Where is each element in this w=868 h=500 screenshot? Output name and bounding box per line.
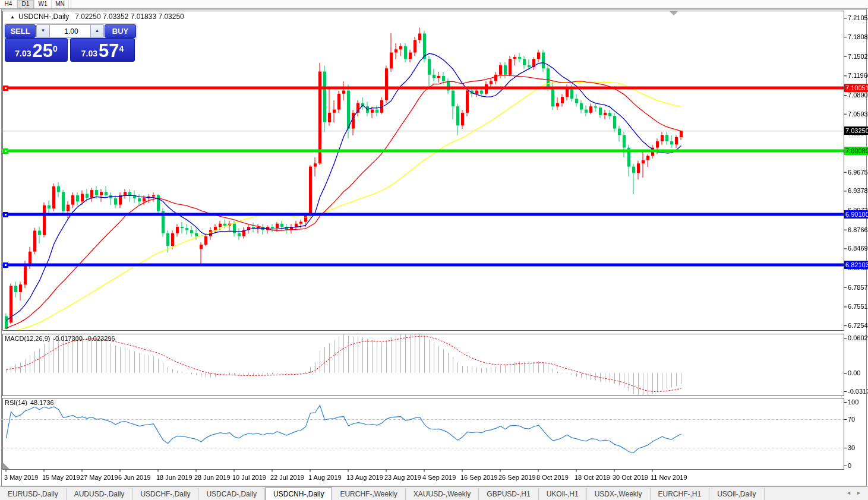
volume-input[interactable] — [49, 24, 93, 38]
terminal-window: H4 D1 W1 MN ▲USDCNH-,Daily7.02250 7.0335… — [0, 0, 868, 500]
date-axis-tick: 18 Jun 2019 — [156, 474, 192, 481]
volume-increase-button[interactable]: ▲ — [90, 24, 104, 38]
rsi-indicator-label: RSI(14)48.1736 — [5, 399, 57, 406]
date-axis-tick: 1 Aug 2019 — [308, 474, 342, 481]
tab-usdx-weekly[interactable]: USDX-,Weekly — [587, 488, 651, 500]
date-axis-tick: 13 Aug 2019 — [346, 474, 383, 481]
price-axis-tick: 7.21050 — [848, 14, 868, 21]
indicator-axis-tick: 100 — [848, 398, 858, 406]
buy-price-box[interactable]: 7.03574 — [70, 38, 135, 62]
date-axis-tick: 16 Sep 2019 — [460, 474, 497, 481]
buy-price-prefix: 7.03 — [81, 48, 97, 59]
sell-price-pips: 25 — [32, 43, 52, 59]
arrow-up-icon: ▲ — [95, 28, 100, 33]
tab-eurusd-daily[interactable]: EURUSD-,Daily — [0, 488, 67, 500]
sell-price-prefix: 7.03 — [15, 48, 31, 59]
date-axis-tick: 18 Oct 2019 — [575, 474, 610, 481]
rsi-value: 48.1736 — [30, 399, 54, 406]
tab-scroll-left-icon[interactable]: ◄ — [846, 490, 851, 496]
buy-price-point: 4 — [119, 46, 124, 52]
rsi-name: RSI(14) — [5, 399, 27, 406]
pane-resize-grip[interactable] — [3, 463, 10, 469]
date-axis-tick: 11 Nov 2019 — [651, 474, 687, 481]
macd-indicator-label: MACD(12,26,9)-0.017300-0.023296 — [5, 335, 118, 342]
date-axis-tick: 15 May 2019 — [42, 474, 80, 481]
sell-button[interactable]: SELL — [5, 24, 36, 38]
price-axis-tick: 6.93780 — [848, 187, 868, 194]
price-axis-tick: 6.96750 — [848, 169, 868, 176]
tab-audusd-daily[interactable]: AUDUSD-,Daily — [67, 488, 133, 500]
date-axis-tick: 10 Jul 2019 — [232, 474, 266, 481]
macd-name: MACD(12,26,9) — [5, 335, 50, 342]
macd-main-value: -0.017300 — [53, 335, 83, 342]
price-axis-tick: 7.11960 — [848, 72, 868, 79]
sell-price-point: 0 — [53, 46, 58, 52]
price-axis-tick: 7.18080 — [848, 33, 868, 40]
date-axis-tick: 4 Sep 2019 — [422, 474, 456, 481]
chart-tab-bar: ◄ ► EURUSD-,DailyAUDUSD-,DailyUSDCHF-,Da… — [0, 486, 868, 500]
tab-ukoil-h1[interactable]: UKOil-,H1 — [539, 488, 587, 500]
buy-price-pips: 57 — [99, 43, 119, 59]
tab-usdcad-daily[interactable]: USDCAD-,Daily — [198, 488, 265, 500]
tab-eurchf-h1[interactable]: EURCHF-,H1 — [651, 488, 710, 500]
price-axis-tick: 6.84690 — [848, 245, 868, 252]
one-click-trading-panel: SELL ▼ ▲ BUY 7.03250 7.03574 — [5, 24, 135, 62]
date-axis-tick: 28 Jun 2019 — [194, 474, 231, 481]
tab-eurchf-weekly[interactable]: EURCHF-,Weekly — [332, 488, 405, 500]
buy-button[interactable]: BUY — [105, 24, 136, 38]
tab-usdcnh-daily[interactable]: USDCNH-,Daily — [265, 487, 332, 500]
chart-title: ▲USDCNH-,Daily7.02250 7.03352 7.01833 7.… — [10, 12, 184, 21]
price-axis-tick: 6.72540 — [848, 322, 868, 329]
price-axis-tick: 6.87660 — [848, 226, 868, 233]
chart-symbol-period: USDCNH-,Daily — [18, 12, 69, 21]
date-axis-tick: 3 May 2019 — [4, 474, 38, 481]
date-axis-tick: 27 May 2019 — [80, 474, 118, 481]
indicator-axis-tick: -0.031725 — [848, 388, 868, 395]
tab-scroll-right-icon[interactable]: ► — [856, 490, 861, 496]
hline-price-badge: 7.10051 — [844, 84, 868, 92]
date-axis-tick: 30 Oct 2019 — [613, 474, 648, 481]
current-price-badge: 7.03250 — [844, 126, 868, 135]
indicator-axis-tick: 70 — [848, 416, 855, 423]
chart-shift-marker-icon[interactable] — [670, 11, 678, 15]
hline-price-badge: 6.82103 — [844, 261, 868, 269]
chart-canvas[interactable] — [0, 0, 868, 500]
indicator-axis-tick: 0.060273 — [848, 334, 868, 341]
indicator-axis-tick: 0 — [848, 462, 851, 469]
price-axis-tick: 6.78570 — [848, 284, 868, 291]
hline-price-badge: 7.00089 — [844, 147, 868, 155]
macd-signal-value: -0.023296 — [86, 335, 115, 342]
hline-price-badge: 6.90100 — [844, 210, 868, 219]
volume-decrease-button[interactable]: ▼ — [36, 24, 50, 38]
date-axis-tick: 22 Jul 2019 — [270, 474, 304, 481]
tab-usdchf-daily[interactable]: USDCHF-,Daily — [132, 488, 198, 500]
arrow-down-icon: ▼ — [41, 28, 46, 33]
date-axis-tick: 8 Oct 2019 — [536, 474, 569, 481]
price-axis-tick: 7.05930 — [848, 110, 868, 118]
tab-gbpusd-h1[interactable]: GBPUSD-,H1 — [479, 488, 538, 500]
sell-price-box[interactable]: 7.03250 — [5, 38, 68, 62]
date-axis-tick: 26 Sep 2019 — [498, 474, 535, 481]
indicator-axis-tick: 0.00 — [848, 369, 860, 376]
chart-ohlc-values: 7.02250 7.03352 7.01833 7.03250 — [75, 12, 184, 21]
price-axis-tick: 7.15020 — [848, 53, 868, 60]
price-axis-tick: 7.08900 — [848, 91, 868, 99]
indicator-axis-tick: 30 — [848, 444, 855, 451]
tab-usoil-daily[interactable]: USOil-,Daily — [709, 488, 764, 500]
price-axis-tick: 6.75510 — [848, 303, 868, 310]
tab-xauusd-weekly[interactable]: XAUUSD-,Weekly — [406, 488, 479, 500]
collapse-arrow-icon[interactable]: ▲ — [10, 14, 15, 20]
date-axis-tick: 23 Aug 2019 — [384, 474, 421, 481]
date-axis-tick: 6 Jun 2019 — [118, 474, 150, 481]
